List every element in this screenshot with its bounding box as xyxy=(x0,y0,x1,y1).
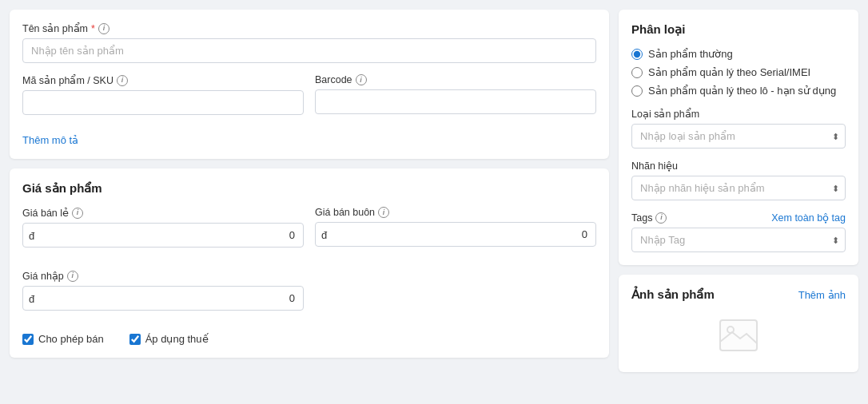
radio-batch-input[interactable] xyxy=(631,85,643,97)
apply-tax-label: Áp dụng thuế xyxy=(145,333,209,345)
product-name-label: Tên sản phẩm * i xyxy=(22,22,596,34)
pricing-title: Giá sản phẩm xyxy=(22,181,596,196)
brand-label: Nhãn hiệu xyxy=(631,160,846,172)
sku-barcode-row: Mã sản phẩm / SKU i Barcode i xyxy=(22,74,596,126)
radio-serial-product[interactable]: Sản phẩm quản lý theo Serial/IMEI xyxy=(631,66,846,78)
tags-label: Tags i xyxy=(631,212,667,224)
apply-tax-checkbox[interactable] xyxy=(129,334,141,345)
import-price-row: Giá nhập i đ xyxy=(22,270,596,322)
checkbox-row: Cho phép bán Áp dụng thuế xyxy=(22,333,596,345)
barcode-input[interactable] xyxy=(315,89,596,114)
image-placeholder xyxy=(631,311,846,359)
import-price-input[interactable] xyxy=(22,286,304,311)
barcode-label: Barcode i xyxy=(315,74,596,85)
wholesale-price-input-wrap: đ xyxy=(315,222,596,247)
retail-price-label: Giá bán lẻ i xyxy=(22,207,304,219)
radio-normal-input[interactable] xyxy=(631,49,643,60)
pricing-card: Giá sản phẩm Giá bán lẻ i đ Giá bán buôn xyxy=(10,168,609,358)
retail-info-icon: i xyxy=(72,208,83,219)
wholesale-price-field: Giá bán buôn i đ xyxy=(315,207,596,259)
right-column: Phân loại Sản phẩm thường Sản phẩm quản … xyxy=(619,10,858,372)
tags-info-icon: i xyxy=(655,212,667,224)
retail-wholesale-row: Giá bán lẻ i đ Giá bán buôn i đ xyxy=(22,207,596,259)
import-price-field: Giá nhập i đ xyxy=(22,270,304,311)
product-type-select[interactable]: Nhập loại sản phẩm xyxy=(631,124,846,149)
sku-label: Mã sản phẩm / SKU i xyxy=(22,74,304,86)
barcode-info-icon: i xyxy=(356,74,367,85)
image-placeholder-icon xyxy=(719,319,758,351)
allow-sell-checkbox[interactable] xyxy=(22,334,34,345)
barcode-field: Barcode i xyxy=(315,74,596,126)
retail-price-input-wrap: đ xyxy=(22,223,304,248)
images-title: Ảnh sản phẩm xyxy=(631,287,715,302)
allow-sell-checkbox-label[interactable]: Cho phép bán xyxy=(22,333,104,345)
sku-input[interactable] xyxy=(22,90,304,115)
product-type-radio-group: Sản phẩm thường Sản phẩm quản lý theo Se… xyxy=(631,48,846,97)
wholesale-info-icon: i xyxy=(378,207,389,218)
tags-select[interactable]: Nhập Tag xyxy=(631,228,846,252)
brand-select[interactable]: Nhập nhãn hiệu sản phẩm xyxy=(631,176,846,200)
import-info-icon: i xyxy=(67,271,78,282)
sku-field: Mã sản phẩm / SKU i xyxy=(22,74,304,115)
brand-select-wrap: Nhập nhãn hiệu sản phẩm ⬍ xyxy=(631,176,846,200)
tags-header: Tags i Xem toàn bộ tag xyxy=(631,212,846,224)
radio-normal-product[interactable]: Sản phẩm thường xyxy=(631,48,846,60)
add-description-link[interactable]: Thêm mô tả xyxy=(22,134,78,146)
required-star: * xyxy=(91,23,95,34)
view-all-tags-link[interactable]: Xem toàn bộ tag xyxy=(771,212,846,224)
product-type-select-field: Loại sản phẩm Nhập loại sản phẩm ⬍ xyxy=(631,108,846,149)
tags-select-wrap: Nhập Tag ⬍ xyxy=(631,228,846,252)
brand-field: Nhãn hiệu Nhập nhãn hiệu sản phẩm ⬍ xyxy=(631,160,846,200)
sku-info-icon: i xyxy=(117,75,128,86)
wholesale-price-label: Giá bán buôn i xyxy=(315,207,596,218)
classification-title: Phân loại xyxy=(631,22,846,37)
left-column: Tên sản phẩm * i Mã sản phẩm / SKU i Bar xyxy=(10,10,609,372)
product-info-card: Tên sản phẩm * i Mã sản phẩm / SKU i Bar xyxy=(10,10,609,159)
tags-field: Tags i Xem toàn bộ tag Nhập Tag ⬍ xyxy=(631,212,846,252)
wholesale-price-input[interactable] xyxy=(315,222,596,247)
import-price-input-wrap: đ xyxy=(22,286,304,311)
add-image-link[interactable]: Thêm ảnh xyxy=(798,289,846,301)
product-name-field: Tên sản phẩm * i xyxy=(22,22,596,63)
product-type-select-wrap: Nhập loại sản phẩm ⬍ xyxy=(631,124,846,149)
product-name-input[interactable] xyxy=(22,38,596,63)
product-name-info-icon: i xyxy=(98,23,109,34)
radio-serial-input[interactable] xyxy=(631,67,643,78)
images-header: Ảnh sản phẩm Thêm ảnh xyxy=(631,287,846,302)
apply-tax-checkbox-label[interactable]: Áp dụng thuế xyxy=(129,333,209,345)
allow-sell-label: Cho phép bán xyxy=(38,333,104,345)
radio-batch-product[interactable]: Sản phẩm quản lý theo lô - hạn sử dụng xyxy=(631,85,846,97)
import-price-label: Giá nhập i xyxy=(22,270,304,282)
product-type-select-label: Loại sản phẩm xyxy=(631,108,846,120)
svg-rect-0 xyxy=(720,320,757,351)
retail-price-field: Giá bán lẻ i đ xyxy=(22,207,304,248)
retail-price-input[interactable] xyxy=(22,223,304,248)
classification-card: Phân loại Sản phẩm thường Sản phẩm quản … xyxy=(619,10,858,265)
product-images-card: Ảnh sản phẩm Thêm ảnh xyxy=(619,275,858,372)
